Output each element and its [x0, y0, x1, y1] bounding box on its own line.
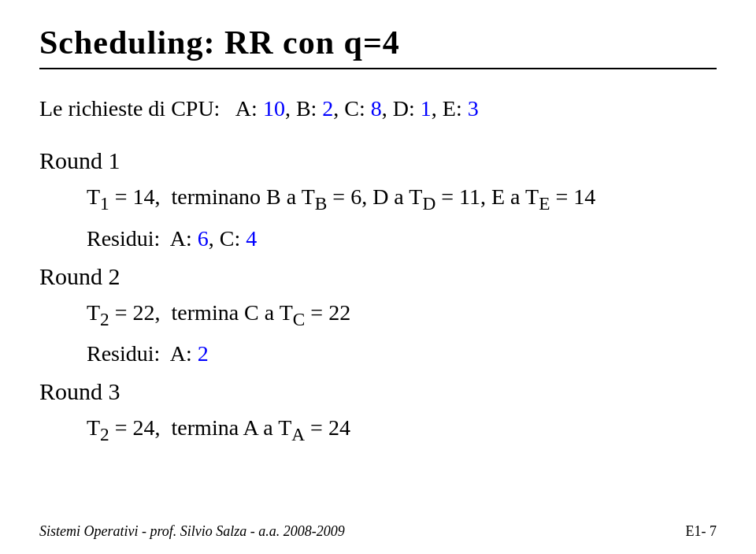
td-sub: D [422, 193, 435, 214]
round1-t1-line: T1 = 14, terminano B a TB = 6, D a TD = … [87, 180, 717, 218]
round1-a-residuo: 6 [198, 226, 209, 251]
round3-t2-line: T2 = 24, termina A a TA = 24 [87, 411, 717, 448]
round1-content: T1 = 14, terminano B a TB = 6, D a TD = … [39, 180, 717, 255]
round2-t2-line: T2 = 22, termina C a TC = 22 [87, 296, 717, 333]
title-divider [39, 68, 717, 69]
round2-content: T2 = 22, termina C a TC = 22 Residui: A:… [39, 296, 717, 371]
round1-section: Round 1 T1 = 14, terminano B a TB = 6, D… [39, 147, 717, 255]
footer-left: Sistemi Operativi - prof. Silvio Salza -… [39, 523, 345, 540]
cpu-e-value: 3 [468, 96, 479, 121]
cpu-request-line: Le richieste di CPU: A: 10, B: 2, C: 8, … [39, 93, 717, 124]
page-title: Scheduling: RR con q=4 [39, 24, 717, 61]
t2b-sub: 2 [100, 424, 109, 444]
page-content: Scheduling: RR con q=4 Le richieste di C… [0, 0, 756, 472]
round1-residui-line: Residui: A: 6, C: 4 [87, 222, 717, 255]
cpu-a-value: 10 [263, 96, 285, 121]
round1-c-residuo: 4 [246, 226, 257, 251]
tb-sub: B [315, 193, 328, 214]
round3-section: Round 3 T2 = 24, termina A a TA = 24 [39, 378, 717, 448]
t2-sub: 2 [100, 308, 109, 329]
cpu-d-value: 1 [421, 96, 432, 121]
cpu-request-label: Le richieste di CPU: [39, 96, 220, 121]
round2-residui-line: Residui: A: 2 [87, 337, 717, 370]
cpu-c-value: 8 [371, 96, 382, 121]
round1-label: Round 1 [39, 147, 717, 174]
footer: Sistemi Operativi - prof. Silvio Salza -… [0, 523, 756, 540]
round2-label: Round 2 [39, 263, 717, 290]
round3-label: Round 3 [39, 378, 717, 405]
round2-section: Round 2 T2 = 22, termina C a TC = 22 Res… [39, 263, 717, 371]
t1-sub: 1 [100, 193, 109, 214]
round2-a-residuo: 2 [198, 341, 209, 366]
round3-content: T2 = 24, termina A a TA = 24 [39, 411, 717, 448]
ta-sub: A [291, 424, 305, 444]
cpu-b-value: 2 [322, 96, 333, 121]
tc-sub: C [293, 308, 306, 329]
te-sub: E [539, 193, 550, 214]
footer-right: E1- 7 [686, 523, 717, 540]
